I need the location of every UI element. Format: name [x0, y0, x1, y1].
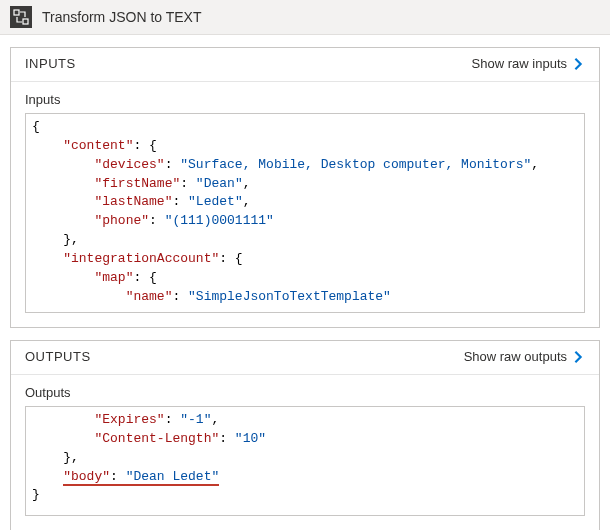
- outputs-json-content: "Expires": "-1", "Content-Length": "10" …: [32, 411, 566, 505]
- json-value-phone: "(111)0001111": [165, 213, 274, 228]
- json-value-expires: "-1": [180, 412, 211, 427]
- title-bar: Transform JSON to TEXT: [0, 0, 610, 35]
- svg-rect-0: [14, 10, 19, 15]
- inputs-json-content: { "content": { "devices": "Surface, Mobi…: [32, 118, 566, 308]
- inputs-card-body: Inputs { "content": { "devices": "Surfac…: [11, 82, 599, 327]
- inputs-card: INPUTS Show raw inputs Inputs { "content…: [10, 47, 600, 328]
- json-value-map-name: "SimpleJsonToTextTemplate": [188, 289, 391, 304]
- show-raw-inputs-label: Show raw inputs: [472, 56, 567, 71]
- outputs-code-frame: "Expires": "-1", "Content-Length": "10" …: [25, 406, 585, 516]
- outputs-section-title: OUTPUTS: [25, 349, 91, 364]
- json-value-lastName: "Ledet": [188, 194, 243, 209]
- inputs-subheader: Inputs: [25, 92, 585, 107]
- outputs-body-highlight: "body": "Dean Ledet": [63, 469, 219, 486]
- svg-rect-1: [23, 19, 28, 24]
- json-value-body: "Dean Ledet": [126, 469, 220, 484]
- inputs-section-title: INPUTS: [25, 56, 76, 71]
- outputs-subheader: Outputs: [25, 385, 585, 400]
- outputs-card-body: Outputs "Expires": "-1", "Content-Length…: [11, 375, 599, 530]
- chevron-right-icon: [571, 350, 585, 364]
- json-value-devices: "Surface, Mobile, Desktop computer, Moni…: [180, 157, 531, 172]
- inputs-code-scroll[interactable]: { "content": { "devices": "Surface, Mobi…: [32, 118, 584, 308]
- inputs-card-header: INPUTS Show raw inputs: [11, 48, 599, 82]
- json-value-content-length: "10": [235, 431, 266, 446]
- transform-json-icon: [10, 6, 32, 28]
- inputs-code-frame: { "content": { "devices": "Surface, Mobi…: [25, 113, 585, 313]
- show-raw-outputs-link[interactable]: Show raw outputs: [464, 349, 585, 364]
- json-value-firstName: "Dean": [196, 176, 243, 191]
- outputs-card: OUTPUTS Show raw outputs Outputs "Expire…: [10, 340, 600, 530]
- page-title: Transform JSON to TEXT: [42, 9, 201, 25]
- outputs-code-scroll[interactable]: "Expires": "-1", "Content-Length": "10" …: [32, 411, 584, 511]
- show-raw-inputs-link[interactable]: Show raw inputs: [472, 56, 585, 71]
- show-raw-outputs-label: Show raw outputs: [464, 349, 567, 364]
- outputs-card-header: OUTPUTS Show raw outputs: [11, 341, 599, 375]
- chevron-right-icon: [571, 57, 585, 71]
